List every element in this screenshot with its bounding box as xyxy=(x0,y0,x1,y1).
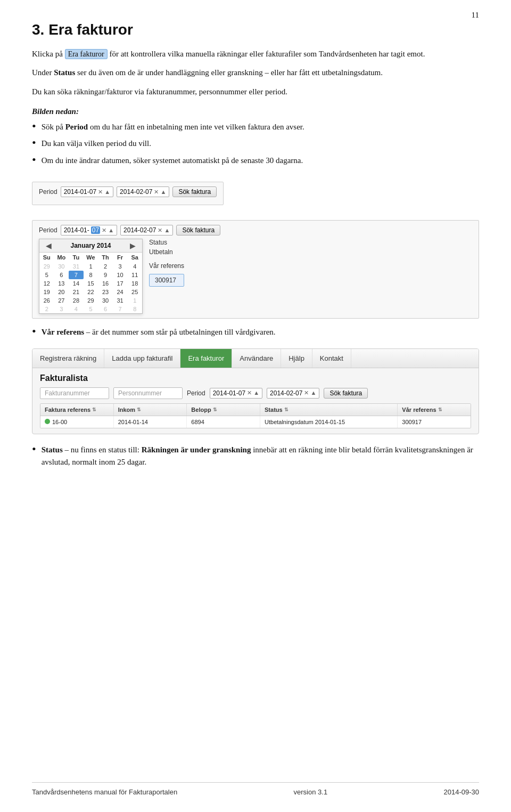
col-header-inkom: Inkom ⇅ xyxy=(114,404,187,416)
search-button-1[interactable]: Sök faktura xyxy=(172,186,217,197)
cal-day-3-0[interactable]: 19 xyxy=(39,288,54,296)
search-button-3[interactable]: Sök faktura xyxy=(324,388,368,399)
nav-item-5[interactable]: Kontakt xyxy=(312,349,351,368)
fakturanummer-input[interactable]: Fakturanummer xyxy=(40,387,109,399)
p1-before: Klicka på xyxy=(32,50,65,58)
cal-day-2-3[interactable]: 15 xyxy=(84,279,98,288)
cal-prev[interactable]: ◀ xyxy=(44,241,54,250)
cal-day-2-5[interactable]: 17 xyxy=(113,279,128,288)
nav-item-1[interactable]: Ladda upp fakturafil xyxy=(104,349,180,368)
cal-day-4-3[interactable]: 29 xyxy=(84,296,98,305)
cal-day-2-4[interactable]: 16 xyxy=(98,279,113,288)
date-value-1a: 2014-01-07 xyxy=(64,188,96,196)
cal-day-1-0[interactable]: 5 xyxy=(39,271,54,279)
calendar-header: ◀ January 2014 ▶ xyxy=(39,239,142,253)
cal-day-0-2[interactable]: 31 xyxy=(69,262,84,271)
calendar-week-3: 19202122232425 xyxy=(39,288,142,296)
footer-left: Tandvårdsenhetens manual för Fakturaport… xyxy=(32,788,177,796)
cal-day-0-0[interactable]: 29 xyxy=(39,262,54,271)
p2-strong: Status xyxy=(54,68,75,77)
cal-day-1-1[interactable]: 6 xyxy=(54,271,69,279)
bullet-dot-ref: • xyxy=(32,324,36,338)
p2-after: ser du även om de är under handläggning … xyxy=(75,68,383,77)
sort-icon-belopp: ⇅ xyxy=(213,407,217,412)
bild-nedan-heading: Bilden nedan: xyxy=(32,105,479,118)
day-th: Th xyxy=(98,253,113,262)
cal-day-4-1[interactable]: 27 xyxy=(54,296,69,305)
status-highlight: Räkningen är under granskning xyxy=(142,445,251,454)
cal-day-2-6[interactable]: 18 xyxy=(127,279,142,288)
status-label: Status xyxy=(149,239,184,246)
calendar-week-2: 12131415161718 xyxy=(39,279,142,288)
date-input-2b[interactable]: 2014-02-07 ✕ ▲ xyxy=(120,225,173,236)
date-value-1b: 2014-02-07 xyxy=(120,188,152,196)
utbetaln-label: Utbetaln xyxy=(149,248,184,256)
search-button-2[interactable]: Sök faktura xyxy=(176,225,220,236)
cal-day-3-5[interactable]: 24 xyxy=(113,288,128,296)
cal-day-3-6[interactable]: 25 xyxy=(127,288,142,296)
cal-day-5-6[interactable]: 8 xyxy=(127,305,142,313)
day-tu: Tu xyxy=(69,253,84,262)
period-label-3: Period xyxy=(187,389,205,397)
faktura-table: Faktura referens ⇅ Inkom ⇅ Belopp ⇅ Stat… xyxy=(40,403,471,428)
col-header-ref: Faktura referens ⇅ xyxy=(40,404,114,416)
clear-date-1a[interactable]: ✕ ▲ xyxy=(98,189,110,196)
nav-item-3[interactable]: Användare xyxy=(232,349,281,368)
cal-day-0-4[interactable]: 2 xyxy=(98,262,113,271)
cal-day-5-1[interactable]: 3 xyxy=(54,305,69,313)
cal-day-4-6[interactable]: 1 xyxy=(127,296,142,305)
cal-day-4-0[interactable]: 26 xyxy=(39,296,54,305)
nav-item-0[interactable]: Registrera räkning xyxy=(32,349,104,368)
date-input-1a[interactable]: 2014-01-07 ✕ ▲ xyxy=(61,186,113,197)
cal-day-4-2[interactable]: 28 xyxy=(69,296,84,305)
day-we: We xyxy=(84,253,98,262)
cal-day-5-2[interactable]: 4 xyxy=(69,305,84,313)
cell-ref: 16-00 xyxy=(40,416,114,428)
var-referens-value: 300917 xyxy=(149,274,184,287)
cal-day-0-5[interactable]: 3 xyxy=(113,262,128,271)
clear-date-2b[interactable]: ✕ ▲ xyxy=(158,227,170,234)
cal-day-0-3[interactable]: 1 xyxy=(84,262,98,271)
bullet-dot-status: • xyxy=(32,442,36,456)
cal-day-1-3[interactable]: 8 xyxy=(84,271,98,279)
cal-day-1-4[interactable]: 9 xyxy=(98,271,113,279)
cal-day-3-4[interactable]: 23 xyxy=(98,288,113,296)
cal-day-4-5[interactable]: 31 xyxy=(113,296,128,305)
status-strong: Status xyxy=(42,445,63,454)
clear-date-1b[interactable]: ✕ ▲ xyxy=(154,189,166,196)
calendar-widget[interactable]: ◀ January 2014 ▶ Su Mo Tu We Th Fr Sa xyxy=(39,239,143,314)
cal-day-5-0[interactable]: 2 xyxy=(39,305,54,313)
cal-day-5-3[interactable]: 5 xyxy=(84,305,98,313)
clear-date-3a[interactable]: ✕ ▲ xyxy=(247,389,259,396)
date-input-3b[interactable]: 2014-02-07 ✕ ▲ xyxy=(267,388,319,399)
date-input-2a[interactable]: 2014-01-07 ✕ ▲ xyxy=(61,225,117,236)
cal-day-3-1[interactable]: 20 xyxy=(54,288,69,296)
cal-day-1-6[interactable]: 11 xyxy=(127,271,142,279)
nav-item-4[interactable]: Hjälp xyxy=(281,349,312,368)
cal-day-3-2[interactable]: 21 xyxy=(69,288,84,296)
cal-day-0-1[interactable]: 30 xyxy=(54,262,69,271)
cal-day-1-2[interactable]: 7 xyxy=(69,271,84,279)
clear-date-2a[interactable]: ✕ ▲ xyxy=(102,227,114,234)
nav-item-2[interactable]: Era fakturor xyxy=(180,349,232,368)
cal-day-3-3[interactable]: 22 xyxy=(84,288,98,296)
cell-inkom: 2014-01-14 xyxy=(114,416,187,428)
cal-day-0-6[interactable]: 4 xyxy=(127,262,142,271)
cal-day-5-5[interactable]: 7 xyxy=(113,305,128,313)
date-input-1b[interactable]: 2014-02-07 ✕ ▲ xyxy=(117,186,169,197)
cal-day-4-4[interactable]: 30 xyxy=(98,296,113,305)
cal-next[interactable]: ▶ xyxy=(128,241,138,250)
personnummer-input[interactable]: Personnummer xyxy=(113,387,183,399)
cal-day-1-5[interactable]: 10 xyxy=(113,271,128,279)
cal-day-2-0[interactable]: 12 xyxy=(39,279,54,288)
clear-date-3b[interactable]: ✕ ▲ xyxy=(304,389,316,396)
paragraph-1: Klicka på Era fakturor för att kontrolle… xyxy=(32,48,479,60)
cal-day-2-1[interactable]: 13 xyxy=(54,279,69,288)
calendar-grid: Su Mo Tu We Th Fr Sa 2930311234567891011… xyxy=(39,253,142,313)
bullet-2-text: Du kan välja vilken period du vill. xyxy=(42,137,151,150)
status-bullet-text: Status – nu finns en status till: Räknin… xyxy=(42,444,479,469)
calendar-week-4: 2627282930311 xyxy=(39,296,142,305)
date-input-3a[interactable]: 2014-01-07 ✕ ▲ xyxy=(210,388,262,399)
cal-day-5-4[interactable]: 6 xyxy=(98,305,113,313)
cal-day-2-2[interactable]: 14 xyxy=(69,279,84,288)
